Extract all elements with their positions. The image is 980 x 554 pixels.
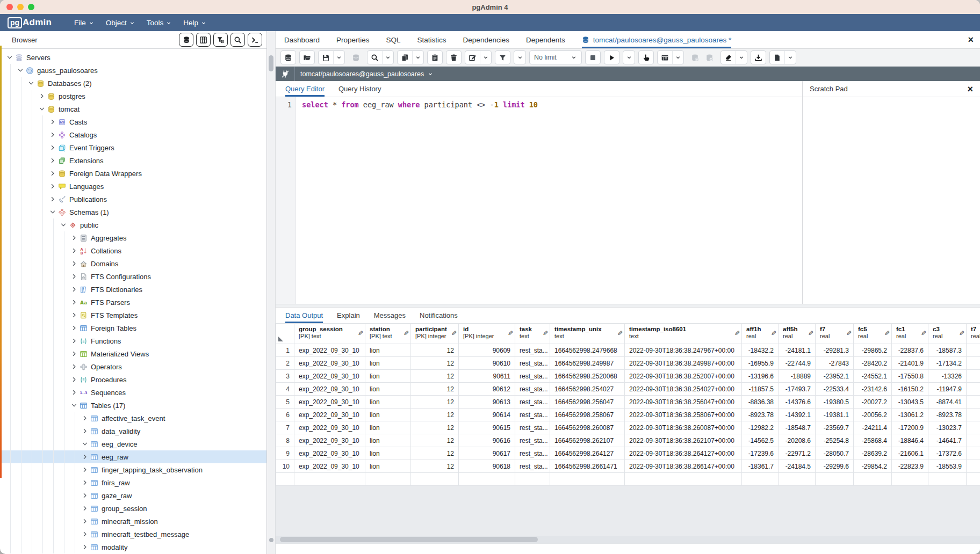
stop-button[interactable] [586, 51, 600, 64]
cell-t7[interactable]: - [967, 383, 980, 396]
tab-messages[interactable]: Messages [374, 308, 406, 323]
select-all-corner[interactable] [276, 324, 294, 344]
tab-dependents[interactable]: Dependents [526, 31, 565, 48]
column-header-timestamp_iso8601[interactable]: timestamp_iso8601text✎ [625, 324, 742, 344]
tree-item-tomcat[interactable]: tomcat [0, 103, 266, 115]
tab-dashboard[interactable]: Dashboard [284, 31, 320, 48]
scrollbar-thumb[interactable] [269, 55, 273, 71]
folder-open-button[interactable] [300, 51, 314, 64]
cell-fc1[interactable]: -13043.5 [892, 396, 928, 409]
filter-button[interactable] [495, 51, 510, 64]
tab-dependencies[interactable]: Dependencies [463, 31, 509, 48]
cell-station[interactable]: lion [365, 460, 411, 473]
chevron-right-icon[interactable] [69, 247, 79, 254]
cell-aff1h[interactable]: -18432.2 [742, 344, 779, 357]
chevron-down-icon[interactable] [15, 67, 25, 74]
cell-group_session[interactable]: exp_2022_09_30_10 [294, 357, 365, 370]
sql-query-line[interactable]: select * from eeg_raw where participant … [296, 97, 538, 304]
tree-item-tables-17-[interactable]: Tables (17) [0, 399, 266, 412]
cell-f7[interactable]: -23952.1 [816, 370, 854, 383]
cell-task[interactable]: rest_sta... [515, 409, 550, 421]
tree-item-fts-parsers[interactable]: AaFTS Parsers [0, 296, 266, 309]
edit-column-icon[interactable]: ✎ [403, 330, 409, 337]
cell-fc5[interactable]: -24552.1 [854, 370, 892, 383]
chevron-right-icon[interactable] [69, 286, 79, 293]
cell-participant[interactable]: 12 [411, 421, 459, 434]
tree-item-catalogs[interactable]: Catalogs [0, 128, 266, 141]
cell-aff1h[interactable]: -11857.5 [742, 383, 779, 396]
tree-item-extensions[interactable]: Extensions [0, 154, 266, 167]
cell-id[interactable]: 90616 [459, 434, 515, 447]
chevron-right-icon[interactable] [80, 466, 90, 473]
cell-timestamp_iso8601[interactable]: 2022-09-30T18:36:38.262107+00:00 [625, 434, 742, 447]
menu-file[interactable]: File [68, 14, 99, 31]
cell-aff5h[interactable]: -22744.9 [779, 357, 816, 370]
chevron-right-icon[interactable] [47, 132, 57, 138]
cell-t7[interactable]: - [967, 357, 980, 370]
tree-item-languages[interactable]: Languages [0, 180, 266, 193]
cell-aff5h[interactable]: -24184.5 [779, 460, 816, 473]
filter-table-button[interactable] [213, 33, 228, 47]
cell-fc1[interactable]: -22823.9 [892, 460, 928, 473]
chevron-right-icon[interactable] [47, 170, 57, 177]
tree-item-fts-templates[interactable]: FTS Templates [0, 309, 266, 322]
cell-timestamp_iso8601[interactable]: 2022-09-30T18:36:38.249987+00:00 [625, 357, 742, 370]
database-button[interactable] [281, 51, 296, 64]
horizontal-splitter[interactable] [276, 304, 980, 308]
cell-participant[interactable]: 12 [411, 447, 459, 460]
tab-explain[interactable]: Explain [337, 308, 360, 323]
empty-cell[interactable] [550, 473, 625, 486]
cell-participant[interactable]: 12 [411, 409, 459, 421]
caret-down-button[interactable] [333, 51, 344, 64]
cell-fc1[interactable]: -21606.1 [892, 447, 928, 460]
edit-column-icon[interactable]: ✎ [543, 330, 548, 337]
cell-aff5h[interactable]: -20208.6 [779, 434, 816, 447]
cell-id[interactable]: 90617 [459, 447, 515, 460]
caret-down-button[interactable] [736, 51, 747, 64]
tree-item-postgres[interactable]: postgres [0, 90, 266, 103]
cell-c3[interactable]: -11947.9 [928, 383, 967, 396]
zoom-window-button[interactable] [28, 4, 34, 10]
caret-down-button[interactable] [784, 51, 796, 64]
cell-fc1[interactable]: -17200.9 [892, 421, 928, 434]
tab-statistics[interactable]: Statistics [417, 31, 446, 48]
chevron-right-icon[interactable] [80, 428, 90, 434]
cell-fc5[interactable]: -23142.6 [854, 383, 892, 396]
chevron-right-icon[interactable] [37, 93, 47, 99]
column-header-participant[interactable]: participant[PK] integer✎ [411, 324, 459, 344]
tree-item-foreign-data-wrappers[interactable]: Foreign Data Wrappers [0, 167, 266, 180]
cell-timestamp_unix[interactable]: 1664562998.262107 [550, 434, 625, 447]
tree-item-domains[interactable]: Domains [0, 257, 266, 270]
row-number[interactable]: 7 [276, 421, 294, 434]
download-button[interactable] [751, 51, 766, 64]
cell-c3[interactable]: -13326 [928, 370, 967, 383]
cell-timestamp_iso8601[interactable]: 2022-09-30T18:36:38.252007+00:00 [625, 370, 742, 383]
sql-file-button[interactable] [179, 33, 193, 47]
empty-cell[interactable] [411, 473, 459, 486]
save-button[interactable] [319, 51, 333, 64]
tree-item-affective-task-event[interactable]: affective_task_event [0, 412, 266, 425]
cell-group_session[interactable]: exp_2022_09_30_10 [294, 447, 365, 460]
chevron-down-icon[interactable] [26, 80, 36, 86]
cell-fc5[interactable]: -20027.2 [854, 396, 892, 409]
cell-station[interactable]: lion [365, 421, 411, 434]
cell-group_session[interactable]: exp_2022_09_30_10 [294, 370, 365, 383]
cell-timestamp_unix[interactable]: 1664562998.249987 [550, 357, 625, 370]
edit-button[interactable] [465, 51, 480, 64]
empty-cell[interactable] [625, 473, 742, 486]
tree-item-fnirs-raw[interactable]: fnirs_raw [0, 476, 266, 489]
chevron-right-icon[interactable] [80, 492, 90, 499]
cell-aff5h[interactable]: -24181.1 [779, 344, 816, 357]
edit-column-icon[interactable]: ✎ [358, 330, 363, 337]
play-button[interactable] [604, 51, 619, 64]
cell-participant[interactable]: 12 [411, 370, 459, 383]
chevron-right-icon[interactable] [69, 299, 79, 305]
cell-timestamp_iso8601[interactable]: 2022-09-30T18:36:38.247967+00:00 [625, 344, 742, 357]
cell-task[interactable]: rest_sta... [515, 460, 550, 473]
chevron-right-icon[interactable] [47, 183, 57, 189]
tab-query-tool-active[interactable]: tomcat/paulosoares@gauss_paulosoares * [582, 31, 732, 48]
tree-item-modality[interactable]: modality [0, 541, 266, 553]
chevron-right-icon[interactable] [69, 389, 79, 396]
cell-group_session[interactable]: exp_2022_09_30_10 [294, 396, 365, 409]
cell-fc5[interactable]: -29854.2 [854, 460, 892, 473]
